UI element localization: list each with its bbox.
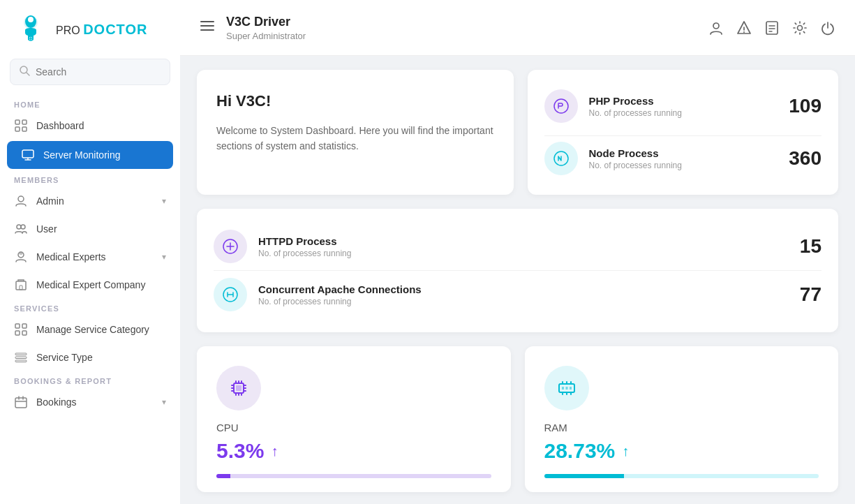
svg-rect-29	[15, 360, 27, 362]
process-row-node: Node Process No. of processes running 36…	[544, 135, 822, 181]
list-icon	[14, 350, 28, 364]
grid4-icon	[14, 323, 28, 336]
section-bookings: BOOKINGS & REPORT	[0, 371, 180, 388]
php-process-info: PHP Process No. of processes running	[589, 95, 778, 118]
welcome-card: Hi V3C! Welcome to System Dashboard. Her…	[197, 70, 514, 195]
chevron-down-icon: ▾	[162, 196, 166, 206]
concurrent-process-count: 77	[800, 283, 821, 306]
metric-card-cpu: CPU 5.3% ↑	[197, 346, 511, 492]
svg-point-18	[21, 225, 25, 229]
php-process-icon	[544, 89, 578, 123]
svg-rect-62	[570, 387, 572, 390]
cpu-arrow-icon: ↑	[271, 443, 278, 459]
sidebar-item-dashboard-label: Dashboard	[36, 120, 166, 131]
header-title-block: V3C Driver Super Administrator	[226, 15, 306, 41]
cpu-value: 5.3%	[216, 439, 264, 463]
welcome-text: Welcome to System Dashboard. Here you wi…	[216, 123, 494, 154]
logo: PRO DOCTOR	[0, 0, 180, 59]
svg-rect-20	[20, 253, 22, 254]
sidebar-item-service-type[interactable]: Service Type	[0, 343, 180, 371]
section-home: HOME	[0, 95, 180, 112]
building-icon	[14, 278, 28, 292]
search-input[interactable]	[36, 66, 161, 77]
svg-line-8	[27, 73, 29, 75]
top-row: Hi V3C! Welcome to System Dashboard. Her…	[197, 70, 838, 195]
httpd-process-icon	[214, 230, 247, 263]
sidebar-item-server-monitoring-label: Server Monitoring	[43, 149, 159, 161]
svg-rect-60	[562, 387, 564, 390]
logo-text: PRO DOCTOR	[56, 22, 147, 38]
middle-card: HTTPD Process No. of processes running 1…	[197, 209, 838, 332]
svg-rect-27	[15, 353, 27, 355]
concurrent-process-desc: No. of processes running	[258, 297, 789, 306]
svg-rect-22	[20, 286, 22, 290]
monitor-icon	[21, 148, 35, 162]
search-bar[interactable]	[10, 59, 170, 85]
ram-value: 28.73%	[544, 439, 616, 463]
sidebar-item-manage-service-category[interactable]: Manage Service Category	[0, 316, 180, 343]
header-subtitle: Super Administrator	[226, 31, 306, 41]
notes-icon[interactable]	[764, 20, 780, 36]
cpu-label: CPU	[216, 422, 491, 433]
php-process-desc: No. of processes running	[589, 108, 778, 118]
hamburger-icon[interactable]	[200, 18, 215, 37]
svg-point-2	[28, 17, 34, 22]
node-process-desc: No. of processes running	[589, 161, 778, 170]
person-badge-icon	[14, 250, 28, 264]
sidebar-item-admin[interactable]: Admin ▾	[0, 187, 180, 215]
logo-pro: PRO	[56, 24, 80, 36]
metric-card-ram: RAM 28.73% ↑	[525, 346, 839, 492]
process-row-php: PHP Process No. of processes running 109	[544, 84, 822, 128]
svg-point-16	[18, 196, 24, 202]
node-process-count: 360	[789, 147, 821, 170]
sidebar-item-user[interactable]: User	[0, 215, 180, 243]
sidebar-item-dashboard[interactable]: Dashboard	[0, 112, 180, 140]
power-icon[interactable]	[820, 20, 835, 36]
cpu-value-row: 5.3% ↑	[216, 439, 491, 463]
sidebar: PRO DOCTOR HOME Dashboard Server Monitor…	[0, 0, 180, 504]
sidebar-item-medical-experts[interactable]: Medical Experts ▾	[0, 243, 180, 271]
php-process-count: 109	[789, 95, 821, 117]
sidebar-item-medical-experts-label: Medical Experts	[36, 251, 154, 262]
svg-point-39	[743, 31, 745, 33]
dashboard-area: Hi V3C! Welcome to System Dashboard. Her…	[180, 56, 855, 504]
header: V3C Driver Super Administrator	[180, 0, 855, 56]
sidebar-item-medical-expert-company[interactable]: Medical Expert Company	[0, 271, 180, 299]
welcome-title: Hi V3C!	[216, 92, 494, 110]
logo-icon	[14, 13, 47, 46]
sidebar-item-server-monitoring[interactable]: Server Monitoring	[7, 141, 173, 169]
calendar-icon	[14, 395, 28, 409]
ram-label: RAM	[544, 422, 819, 433]
process-card-top: PHP Process No. of processes running 109…	[528, 70, 839, 195]
svg-rect-30	[15, 398, 27, 408]
svg-rect-24	[22, 324, 27, 328]
sidebar-item-service-type-label: Service Type	[36, 352, 166, 363]
svg-rect-10	[22, 120, 27, 124]
ram-icon-circle	[544, 366, 589, 410]
concurrent-process-info: Concurrent Apache Connections No. of pro…	[258, 283, 789, 306]
sidebar-item-manage-service-category-label: Manage Service Category	[36, 324, 166, 335]
logo-doctor: DOCTOR	[83, 22, 147, 37]
httpd-process-count: 15	[800, 235, 821, 258]
person-icon	[14, 194, 28, 208]
svg-point-44	[798, 25, 803, 30]
sidebar-item-user-label: User	[36, 223, 166, 235]
sidebar-item-bookings[interactable]: Bookings ▾	[0, 388, 180, 416]
user-icon[interactable]	[708, 20, 724, 36]
ram-bar	[544, 474, 819, 478]
alert-icon[interactable]	[736, 20, 752, 36]
svg-rect-23	[15, 324, 20, 328]
process-row-concurrent: Concurrent Apache Connections No. of pro…	[214, 270, 821, 318]
node-process-info: Node Process No. of processes running	[589, 147, 778, 170]
ram-arrow-icon: ↑	[622, 443, 629, 459]
chevron-down-icon-3: ▾	[162, 397, 166, 407]
concurrent-process-name: Concurrent Apache Connections	[258, 283, 789, 295]
concurrent-process-icon	[214, 278, 247, 311]
header-title: V3C Driver	[226, 15, 306, 29]
svg-rect-61	[565, 387, 567, 390]
svg-rect-46	[236, 385, 241, 391]
cpu-bar	[216, 474, 491, 478]
svg-rect-26	[22, 331, 27, 335]
gear-icon[interactable]	[792, 20, 808, 36]
sidebar-item-medical-expert-company-label: Medical Expert Company	[36, 279, 166, 290]
